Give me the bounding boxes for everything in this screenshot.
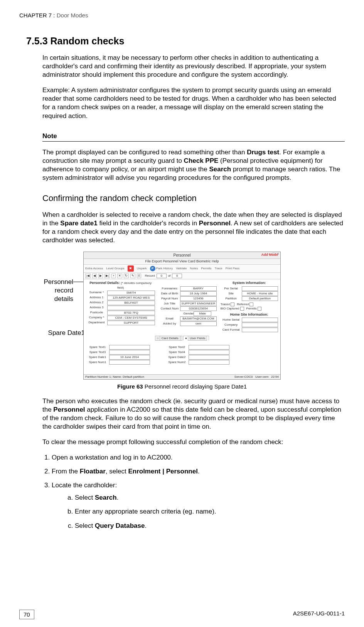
paragraph: To clear the message prompt following su…: [42, 438, 345, 446]
spare-fields-panel: Spare Text1 Spare Text3 Spare Date110 Ju…: [84, 343, 280, 367]
step-3: Locate the cardholder: Select Search. En…: [52, 481, 345, 530]
record-num: 0: [157, 274, 167, 278]
toolbar: Extra Access Level Groups ✖ Unpark PPark…: [84, 265, 280, 273]
note-body: The prompt displayed can be configured t…: [42, 148, 345, 182]
window-title: Personnel: [173, 253, 190, 257]
substep-b: Enter any appropriate search criteria (e…: [75, 507, 345, 516]
personnel-details-column: Personnel Details: (* denotes compulsory…: [86, 281, 155, 333]
trace-button[interactable]: Trace: [215, 267, 222, 270]
delete-icon[interactable]: ✖: [128, 265, 134, 272]
address3-field[interactable]: [107, 306, 155, 310]
spare-num2-field[interactable]: [189, 360, 229, 365]
status-time: 22:54: [271, 375, 279, 379]
card-format-field[interactable]: [242, 328, 278, 332]
extra-access-button[interactable]: Extra Access: [85, 267, 103, 270]
menu-bar: File Export Personnel View Card Biometri…: [84, 259, 280, 265]
addedby-field[interactable]: cem: [180, 321, 216, 326]
spare-num1-field[interactable]: [109, 360, 150, 365]
status-server: Server:CDC0: [234, 375, 253, 379]
department-field[interactable]: SUPPORT: [107, 321, 155, 325]
column-heading: Personnel Details: (* denotes compulsory…: [86, 281, 155, 290]
section-title: Random checks: [51, 35, 125, 46]
postcode-field[interactable]: BT03 7FQ: [107, 311, 155, 315]
first-record-button[interactable]: |◀: [85, 274, 91, 278]
tab-bar: ○ Card Details ● User Fields: [86, 336, 278, 340]
per-serial-field[interactable]: [242, 286, 278, 291]
home-company-field[interactable]: [242, 323, 278, 327]
spare-text2-field[interactable]: [189, 345, 229, 350]
paragraph: Example: A system administrator configur…: [42, 86, 345, 120]
notes-button[interactable]: Notes: [190, 267, 198, 270]
spare-text4-field[interactable]: [189, 350, 229, 355]
spare-date1-field[interactable]: 10 June 2014: [109, 355, 150, 360]
traced-checkbox[interactable]: [231, 303, 234, 306]
figure: Personnel record details Spare Date1 Per…: [19, 252, 345, 380]
permits-checkbox[interactable]: [258, 307, 261, 311]
add-mode-indicator: Add Mode: [261, 253, 278, 257]
page-footer: 70 A2SE67-UG-0011-1: [19, 610, 345, 620]
validate-button[interactable]: Validate: [176, 267, 187, 270]
tab-user-fields[interactable]: ● User Fields: [183, 336, 209, 341]
dob-field[interactable]: 18 July 1984: [180, 291, 216, 296]
site-field[interactable]: HOME - Home site: [242, 291, 278, 296]
save-button[interactable]: ✎: [130, 274, 135, 278]
chapter-number: CHAPTER 7 :: [19, 12, 55, 19]
address2-field[interactable]: BELFAST: [107, 301, 155, 305]
address1-field[interactable]: 125 AIRPORT ROAD WES: [107, 296, 155, 300]
unpark-button[interactable]: Unpark: [137, 267, 147, 270]
forenames-field[interactable]: BARRY: [180, 286, 216, 291]
chapter-header: CHAPTER 7 : Door Modes: [19, 12, 345, 19]
paragraph: When a cardholder is selected to receive…: [42, 211, 345, 245]
add-button[interactable]: +: [111, 274, 116, 278]
last-record-button[interactable]: ▶|: [104, 274, 110, 278]
gender-field[interactable]: Male: [194, 311, 211, 316]
record-total: 0: [172, 274, 182, 278]
spare-text1-field[interactable]: [109, 345, 150, 350]
substeps: Select Search. Enter any appropriate sea…: [52, 493, 345, 530]
bio-checkbox[interactable]: [240, 307, 244, 311]
middle-column: ForenamesBARRY Date of Birth18 July 1984…: [159, 281, 216, 333]
callout-spare-date1: Spare Date1: [31, 329, 85, 337]
tab-card-details[interactable]: ○ Card Details: [155, 336, 182, 341]
contact-field[interactable]: 02838123654: [180, 306, 216, 311]
ordered-steps: Open a workstation and log in to AC2000.…: [42, 453, 345, 530]
next-record-button[interactable]: ▶: [98, 274, 103, 278]
refresh-button[interactable]: ↻: [124, 274, 129, 278]
spare-text3-field[interactable]: [109, 350, 150, 355]
permits-button[interactable]: Permits: [201, 267, 211, 270]
paragraph: In certain situations, it may be necessa…: [42, 54, 345, 79]
section-heading: 7.5.3 Random checks: [26, 35, 345, 47]
email-field[interactable]: BASMITH@CEM.COM: [180, 316, 216, 321]
document-id: A2SE67-UG-0011-1: [293, 610, 345, 620]
spare-date2-field[interactable]: [189, 355, 229, 360]
status-user: User:cem: [255, 375, 268, 379]
level-groups-button[interactable]: Level Groups: [106, 267, 125, 270]
status-partition: Partition Number 1; Name: Default partit…: [85, 375, 144, 379]
status-bar: Partition Number 1; Name: Default partit…: [84, 374, 280, 379]
record-label: Record: [145, 274, 155, 278]
park-history-button[interactable]: PPark History: [150, 266, 173, 271]
surname-field[interactable]: SMITH: [107, 291, 155, 295]
print-pass-button[interactable]: Print Pass: [226, 267, 239, 270]
delete-button[interactable]: ✕: [117, 274, 122, 278]
company-field[interactable]: CEM - CEM SYSTEMS: [107, 316, 155, 320]
home-serial-field[interactable]: [242, 318, 278, 322]
personnel-app-window: Personnel — ▢ ✕ File Export Personnel Vi…: [83, 252, 281, 380]
partition-field[interactable]: Default partition: [242, 296, 278, 301]
chapter-title: Door Modes: [57, 12, 88, 19]
system-info-column: System Information: Per Serial SiteHOME …: [221, 281, 278, 333]
substep-c: Select Query Database.: [75, 522, 345, 530]
step-1: Open a workstation and log in to AC2000.: [52, 453, 345, 462]
substep-a: Select Search.: [75, 493, 345, 502]
payroll-field[interactable]: 123456: [180, 296, 216, 301]
prev-record-button[interactable]: ◀: [92, 274, 97, 278]
jobtitle-field[interactable]: SUPPORT ENNGINEER: [180, 301, 216, 306]
note-heading: Note: [42, 132, 345, 142]
nav-toolbar: |◀ ◀ ▶ ▶| + ✕ ↻ ✎ ⎙ Record 0 of 0 Add Mo…: [84, 273, 280, 279]
window-titlebar: Personnel — ▢ ✕: [84, 252, 280, 259]
print-button[interactable]: ⎙: [137, 274, 141, 278]
of-label: of: [168, 274, 171, 278]
referred-checkbox[interactable]: [249, 303, 253, 306]
section-number: 7.5.3: [26, 35, 48, 46]
subsection-heading: Confirming the random check completion: [42, 193, 345, 204]
